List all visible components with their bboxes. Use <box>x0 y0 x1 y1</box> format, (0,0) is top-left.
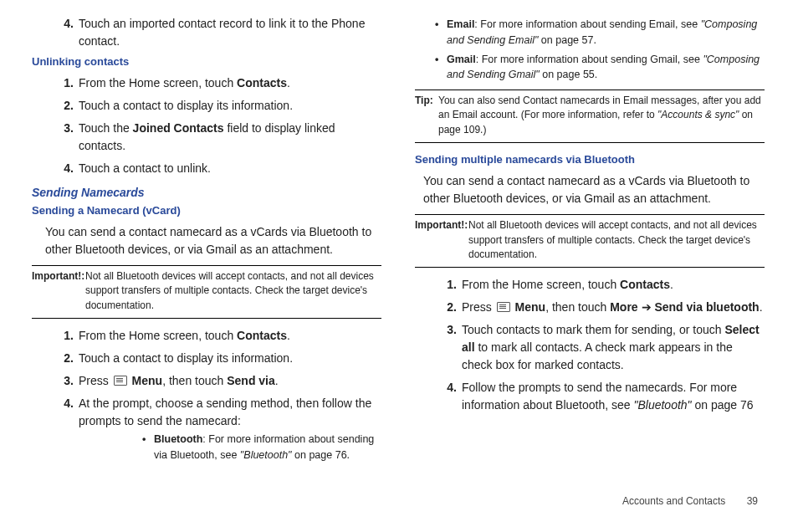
heading-unlinking: Unlinking contacts <box>32 55 381 68</box>
list-item: From the Home screen, touch Contacts. <box>32 327 381 345</box>
note-text: Not all Bluetooth devices will accept co… <box>468 218 765 262</box>
body-paragraph: You can send a contact namecard as a vCa… <box>45 223 381 258</box>
link-steps-cont: Touch an imported contact record to link… <box>32 15 381 50</box>
note-label: Important!: <box>32 269 85 284</box>
important-note: Important!: Not all Bluetooth devices wi… <box>32 265 381 319</box>
list-item: Touch contacts to mark them for sending,… <box>415 321 765 374</box>
note-label: Tip: <box>415 94 438 108</box>
page-number: 39 <box>747 495 758 507</box>
list-item: Touch an imported contact record to link… <box>32 15 381 50</box>
list-item: At the prompt, choose a sending method, … <box>32 395 381 463</box>
list-item: Touch a contact to display its informati… <box>32 350 381 367</box>
important-note: Important!: Not all Bluetooth devices wi… <box>415 214 765 268</box>
send-options: Bluetooth: For more information about se… <box>79 432 381 463</box>
list-item: Press Menu, then touch Send via. <box>32 372 381 390</box>
list-item: Follow the prompts to send the namecards… <box>415 379 765 414</box>
list-item: From the Home screen, touch Contacts. <box>415 276 765 294</box>
menu-icon <box>497 302 510 312</box>
note-label: Important!: <box>415 218 468 233</box>
list-item: Touch the Joined Contacts field to displ… <box>32 120 381 155</box>
column-left: Touch an imported contact record to link… <box>32 15 381 524</box>
list-item: Press Menu, then touch More ➔ Send via b… <box>415 299 765 316</box>
page-footer: Accounts and Contacts 39 <box>622 495 758 507</box>
note-text: You can also send Contact namecards in E… <box>438 94 765 137</box>
vcard-steps: From the Home screen, touch Contacts. To… <box>32 327 381 463</box>
list-item: Bluetooth: For more information about se… <box>79 432 381 463</box>
unlink-steps: From the Home screen, touch Contacts. To… <box>32 74 381 177</box>
list-item: From the Home screen, touch Contacts. <box>32 74 381 92</box>
section-name: Accounts and Contacts <box>622 495 725 507</box>
list-item: Email: For more information about sendin… <box>415 17 765 49</box>
list-item: Touch a contact to display its informati… <box>32 97 381 115</box>
column-right: Email: For more information about sendin… <box>415 15 765 524</box>
tip-note: Tip: You can also send Contact namecards… <box>415 90 765 143</box>
heading-sending-namecards: Sending Namecards <box>32 186 381 199</box>
body-paragraph: You can send a contact namecard as a vCa… <box>423 172 765 207</box>
multi-bt-steps: From the Home screen, touch Contacts. Pr… <box>415 276 765 414</box>
send-options-cont: Email: For more information about sendin… <box>415 17 765 83</box>
list-item: Touch a contact to unlink. <box>32 160 381 177</box>
page-content: Touch an imported contact record to link… <box>0 0 798 532</box>
list-item: Gmail: For more information about sendin… <box>415 52 765 84</box>
note-text: Not all Bluetooth devices will accept co… <box>85 269 381 313</box>
heading-multi-bt: Sending multiple namecards via Bluetooth <box>415 153 765 166</box>
heading-vcard: Sending a Namecard (vCard) <box>32 204 381 217</box>
menu-icon <box>114 376 127 386</box>
